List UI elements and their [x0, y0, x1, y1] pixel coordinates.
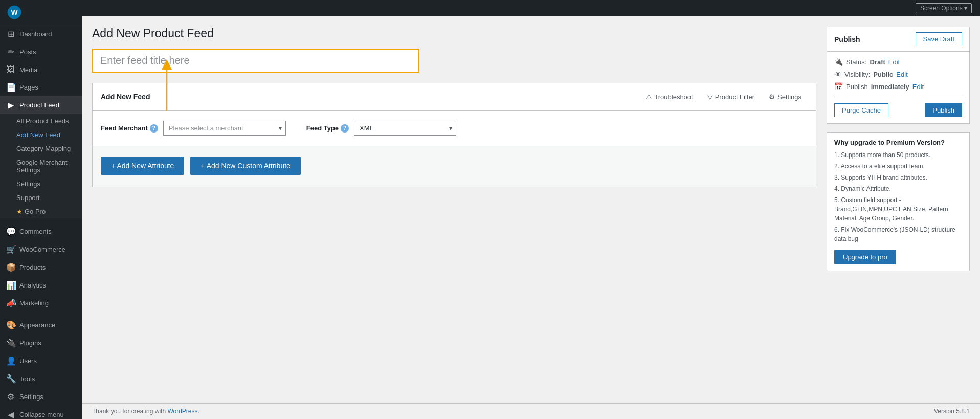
feed-type-label: Feed Type ? — [306, 124, 349, 133]
status-row: 🔌 Status: Draft Edit — [834, 58, 962, 66]
publish-date-edit-link[interactable]: Edit — [912, 83, 924, 91]
sidebar-sub-go-pro[interactable]: ★ Go Pro — [0, 205, 82, 218]
feed-editor-title: Add New Feed — [101, 93, 150, 101]
sidebar-sub-google-merchant[interactable]: Google Merchant Settings — [0, 156, 82, 177]
posts-icon: ✏ — [6, 47, 15, 57]
product-filter-button[interactable]: ▽ Product Filter — [701, 90, 761, 104]
dashboard-icon: ⊞ — [6, 29, 15, 39]
sidebar-sub-add-new[interactable]: Add New Feed — [0, 128, 82, 142]
sidebar-item-appearance[interactable]: 🎨 Appearance — [0, 316, 82, 334]
sidebar: W ⊞ Dashboard ✏ Posts 🖼 Media 📄 Pages ▶ … — [0, 0, 82, 419]
premium-widget-body: Why upgrade to Premium Version? 1. Suppo… — [827, 133, 969, 271]
feed-merchant-help-icon[interactable]: ? — [150, 124, 158, 133]
wordpress-link[interactable]: WordPress — [167, 408, 197, 415]
sidebar-item-tools[interactable]: 🔧 Tools — [0, 370, 82, 388]
sidebar-item-collapse[interactable]: ◀ Collapse menu — [0, 406, 82, 419]
pages-icon: 📄 — [6, 82, 15, 92]
feed-editor-box: Add New Feed ⚠ Troubleshoot ▽ Product Fi… — [92, 83, 816, 187]
add-attribute-button[interactable]: + Add New Attribute — [101, 157, 184, 175]
sidebar-item-users[interactable]: 👤 Users — [0, 352, 82, 370]
sidebar-item-products[interactable]: 📦 Products — [0, 258, 82, 276]
sidebar-sub-support[interactable]: Support — [0, 191, 82, 205]
analytics-icon: 📊 — [6, 280, 15, 290]
publish-widget-title: Publish — [834, 35, 860, 43]
list-item: 1. Supports more than 50 products. — [834, 150, 962, 160]
visibility-row: 👁 Visibility: Public Edit — [834, 70, 962, 78]
sidebar-sub-category-mapping[interactable]: Category Mapping — [0, 142, 82, 156]
settings-icon: ⚙ — [6, 392, 15, 402]
sidebar-item-product-feed[interactable]: ▶ Product Feed — [0, 96, 82, 114]
publish-widget: Publish Save Draft 🔌 Status: Draft Edit … — [827, 27, 970, 124]
premium-widget: Why upgrade to Premium Version? 1. Suppo… — [827, 132, 970, 271]
premium-widget-title: Why upgrade to Premium Version? — [834, 139, 962, 146]
sidebar-item-posts[interactable]: ✏ Posts — [0, 43, 82, 61]
sidebar-item-woocommerce[interactable]: 🛒 WooCommerce — [0, 240, 82, 258]
purge-cache-button[interactable]: Purge Cache — [834, 103, 888, 117]
sidebar-item-comments[interactable]: 💬 Comments — [0, 223, 82, 240]
comments-icon: 💬 — [6, 227, 15, 236]
warning-icon: ⚠ — [645, 93, 652, 101]
publish-button[interactable]: Publish — [925, 103, 962, 117]
screen-options-button[interactable]: Screen Options ▾ — [916, 3, 972, 13]
attribute-buttons: + Add New Attribute + Add New Custom Att… — [101, 157, 808, 175]
svg-text:W: W — [11, 8, 18, 16]
sidebar-item-settings[interactable]: ⚙ Settings — [0, 388, 82, 406]
feed-merchant-label: Feed Merchant ? — [101, 124, 158, 133]
page-title: Add New Product Feed — [92, 27, 816, 40]
sidebar-sub-settings[interactable]: Settings — [0, 177, 82, 191]
products-icon: 📦 — [6, 262, 15, 272]
merchant-select[interactable]: Please select a merchant — [163, 121, 286, 136]
feed-type-select[interactable]: XML CSV TSV JSON — [354, 121, 456, 136]
woocommerce-icon: 🛒 — [6, 245, 15, 254]
footer: Thank you for creating with WordPress. V… — [82, 403, 980, 419]
wp-logo-icon: W — [6, 4, 23, 20]
appearance-icon: 🎨 — [6, 320, 15, 330]
merchant-select-wrapper: Please select a merchant ▾ — [163, 121, 286, 136]
feed-type-help-icon[interactable]: ? — [341, 124, 349, 133]
visibility-icon: 👁 — [834, 70, 841, 78]
publish-widget-body: 🔌 Status: Draft Edit 👁 Visibility: Publi… — [827, 52, 969, 123]
attributes-section: + Add New Attribute + Add New Custom Att… — [93, 146, 816, 187]
visibility-edit-link[interactable]: Edit — [896, 71, 907, 78]
sidebar-item-pages[interactable]: 📄 Pages — [0, 78, 82, 96]
topbar: Screen Options ▾ — [82, 0, 980, 16]
product-feed-icon: ▶ — [6, 100, 15, 110]
settings-button[interactable]: ⚙ Settings — [763, 90, 808, 104]
media-icon: 🖼 — [6, 65, 15, 74]
plugins-icon: 🔌 — [6, 338, 15, 348]
sidebar-item-marketing[interactable]: 📣 Marketing — [0, 294, 82, 312]
feed-editor-header: Add New Feed ⚠ Troubleshoot ▽ Product Fi… — [93, 83, 816, 111]
feed-merchant-group: Feed Merchant ? Please select a merchant… — [101, 121, 286, 136]
main-content: Add New Product Feed Add New Feed ⚠ Trou… — [92, 27, 816, 393]
troubleshoot-button[interactable]: ⚠ Troubleshoot — [639, 90, 699, 104]
save-draft-button[interactable]: Save Draft — [916, 32, 962, 46]
publish-widget-header: Publish Save Draft — [827, 27, 969, 52]
list-item: 6. Fix WooCommerce's (JSON-LD) structure… — [834, 225, 962, 244]
footer-thanks: Thank you for creating with WordPress. — [92, 408, 199, 415]
product-feed-submenu: All Product Feeds Add New Feed Category … — [0, 114, 82, 218]
status-edit-link[interactable]: Edit — [888, 58, 900, 66]
feed-title-input[interactable] — [92, 49, 419, 73]
sidebar-item-dashboard[interactable]: ⊞ Dashboard — [0, 25, 82, 43]
list-item: 3. Supports YITH brand attributes. — [834, 173, 962, 182]
premium-features-list: 1. Supports more than 50 products. 2. Ac… — [834, 150, 962, 244]
sidebar-sub-all-feeds[interactable]: All Product Feeds — [0, 114, 82, 128]
sidebar-item-analytics[interactable]: 📊 Analytics — [0, 276, 82, 294]
list-item: 2. Access to a elite support team. — [834, 162, 962, 171]
upgrade-button[interactable]: Upgrade to pro — [834, 250, 896, 264]
feed-type-group: Feed Type ? XML CSV TSV JSON ▾ — [306, 121, 456, 136]
add-custom-attribute-button[interactable]: + Add New Custom Attribute — [190, 157, 300, 175]
publish-date-row: 📅 Publish immediately Edit — [834, 82, 962, 91]
sidebar-logo: W — [0, 0, 82, 25]
marketing-icon: 📣 — [6, 298, 15, 308]
list-item: 4. Dynamic Attribute. — [834, 184, 962, 193]
status-icon: 🔌 — [834, 58, 843, 66]
sidebar-item-plugins[interactable]: 🔌 Plugins — [0, 334, 82, 352]
footer-version: Version 5.8.1 — [934, 408, 970, 415]
list-item: 5. Custom field support - Brand,GTIN,MPN… — [834, 195, 962, 223]
sidebar-item-media[interactable]: 🖼 Media — [0, 61, 82, 78]
feed-type-select-wrapper: XML CSV TSV JSON ▾ — [354, 121, 456, 136]
content-area: Add New Product Feed Add New Feed ⚠ Trou… — [82, 16, 980, 403]
users-icon: 👤 — [6, 356, 15, 366]
gear-icon: ⚙ — [769, 93, 775, 101]
